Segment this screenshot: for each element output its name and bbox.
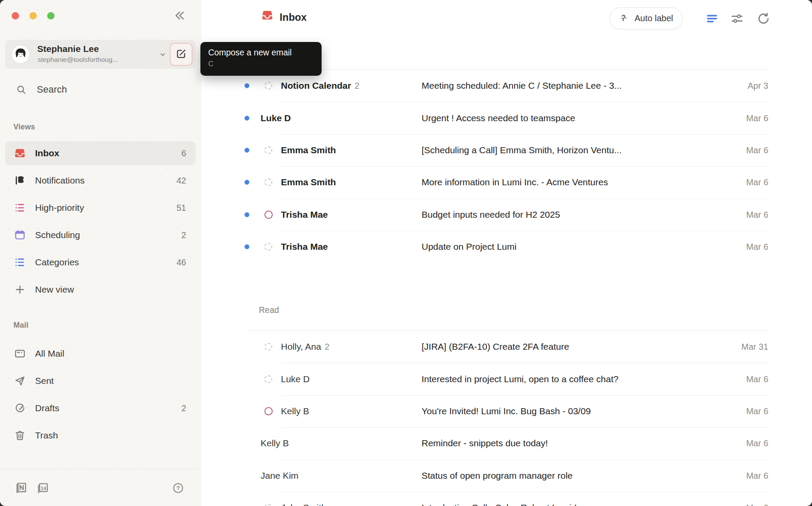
email-date: Apr 3	[748, 81, 768, 91]
email-date: Mar 6	[746, 438, 768, 448]
sender-name: Holly, Ana	[281, 342, 321, 351]
unread-indicator-dot	[245, 245, 249, 249]
plus-icon	[14, 284, 26, 295]
sidebar-item-trash[interactable]: Trash	[5, 423, 196, 448]
compose-tooltip: Compose a new email C	[200, 42, 322, 76]
compose-button[interactable]	[170, 43, 193, 66]
search-button[interactable]: Search	[0, 80, 201, 100]
zoom-window-button[interactable]	[47, 12, 55, 19]
label-ring-icon	[264, 504, 272, 506]
sidebar-item-notifications[interactable]: Notifications 42	[5, 168, 196, 193]
email-row[interactable]: Kelly B You're Invited! Lumi Inc. Bug Ba…	[201, 395, 812, 427]
email-row[interactable]: John Smith Introduction Call - Sales Rol…	[201, 492, 812, 506]
sender-name: Kelly B	[281, 406, 309, 416]
email-date: Mar 31	[741, 342, 768, 352]
draft-icon	[14, 403, 26, 414]
sidebar-item-label: New view	[35, 284, 74, 295]
label-ring-icon	[264, 210, 273, 219]
minimize-window-button[interactable]	[29, 12, 37, 19]
double-chevron-left-icon	[172, 18, 187, 24]
email-row[interactable]: Luke D Interested in project Lumi, open …	[201, 363, 812, 395]
sidebar-item-high-priority[interactable]: High-priority 51	[5, 196, 196, 220]
display-settings-icon[interactable]	[730, 12, 744, 26]
email-subject: Update on Project Lumi	[422, 242, 516, 252]
email-subject: More information in Lumi Inc. - Acme Ven…	[422, 177, 608, 187]
sidebar-item-label: Inbox	[35, 148, 59, 158]
unread-indicator-dot	[245, 84, 249, 88]
mail-section-label: Mail	[13, 321, 29, 330]
notion-calendar-icon[interactable]: 14	[35, 481, 49, 495]
email-subject: Status of open program manager role	[422, 471, 573, 481]
help-icon[interactable]: ?	[172, 482, 184, 494]
auto-label-button[interactable]: Auto label	[609, 7, 683, 29]
unread-email-list: Notion Calendar2 Meeting scheduled: Anni…	[201, 70, 812, 263]
compose-icon	[175, 48, 187, 61]
refresh-icon[interactable]	[757, 12, 770, 26]
sidebar-item-label: All Mail	[35, 348, 64, 359]
label-ring-icon	[264, 407, 273, 415]
item-count-badge: 2	[181, 230, 186, 240]
email-row[interactable]: Trisha Mae Budget inputs needed for H2 2…	[201, 199, 812, 231]
close-window-button[interactable]	[12, 12, 19, 19]
sidebar-item-inbox[interactable]: Inbox 6	[5, 141, 196, 165]
label-ring-icon	[264, 343, 272, 351]
email-subject: Meeting scheduled: Annie C / Stephanie L…	[422, 81, 622, 91]
bullet-list-icon	[14, 257, 26, 268]
notion-logo-icon[interactable]	[14, 481, 28, 495]
sender-name: Trisha Mae	[281, 242, 328, 251]
sender-name: Luke D	[281, 374, 310, 384]
sidebar-item-label: High-priority	[35, 203, 84, 213]
inbox-icon	[14, 148, 26, 159]
collapse-sidebar-button[interactable]	[170, 7, 188, 25]
sender-name: John Smith	[281, 503, 326, 506]
send-icon	[14, 375, 26, 387]
sidebar-footer-divider	[0, 469, 201, 469]
unread-indicator-dot	[245, 180, 249, 185]
svg-text:14: 14	[41, 486, 46, 491]
email-subject: Reminder - snippets due today!	[422, 438, 548, 448]
read-section-label: Read	[259, 305, 279, 315]
sidebar-item-categories[interactable]: Categories 46	[5, 250, 196, 274]
thread-count: 2	[325, 342, 329, 351]
email-subject: [Scheduling a Call] Emma Smith, Horizon …	[422, 145, 622, 155]
unread-indicator-dot	[245, 148, 249, 152]
email-row[interactable]: Emma Smith More information in Lumi Inc.…	[201, 166, 812, 198]
sidebar-item-label: Notifications	[35, 175, 84, 186]
auto-label-text: Auto label	[635, 13, 673, 23]
email-date: Mar 6	[746, 471, 768, 480]
sender-name: Notion Calendar	[281, 81, 351, 90]
window-controls	[12, 12, 55, 19]
auto-label-sparkle-icon	[619, 13, 629, 24]
sidebar-item-sent[interactable]: Sent	[5, 369, 196, 393]
email-date: Mar 6	[746, 406, 768, 416]
inbox-view: Inbox Auto label Notion Calendar2 Meetin…	[201, 0, 812, 506]
email-date: Mar 6	[746, 113, 768, 123]
email-row[interactable]: Luke D Urgent ! Access needed to teamspa…	[201, 102, 812, 134]
search-icon	[16, 84, 27, 95]
sidebar-item-label: Categories	[35, 257, 79, 268]
sidebar-item-all-mail[interactable]: All Mail	[5, 342, 196, 366]
email-row[interactable]: Jane Kim Status of open program manager …	[201, 460, 812, 492]
email-date: Mar 6	[746, 242, 768, 252]
label-ring-icon	[264, 146, 272, 154]
email-date: Mar 6	[746, 145, 768, 155]
sidebar-item-scheduling[interactable]: Scheduling 2	[5, 223, 196, 247]
notifications-icon	[14, 175, 26, 186]
sender-name: Emma Smith	[281, 145, 336, 155]
filter-icon[interactable]	[705, 12, 719, 26]
account-switcher[interactable]: Stephanie Lee stephanie@toolsforthoug...	[5, 40, 196, 69]
email-row[interactable]: Emma Smith [Scheduling a Call] Emma Smit…	[201, 134, 812, 166]
label-ring-icon	[264, 82, 272, 90]
email-row[interactable]: Holly, Ana2 [JIRA] (B2FA-10) Create 2FA …	[201, 331, 812, 363]
sidebar-item-drafts[interactable]: Drafts 2	[5, 396, 196, 420]
item-count-badge: 46	[177, 258, 186, 268]
unread-indicator-dot	[245, 212, 249, 217]
page-title: Inbox	[280, 12, 307, 23]
email-row[interactable]: Kelly B Reminder - snippets due today! M…	[201, 427, 812, 459]
email-row[interactable]: Trisha Mae Update on Project Lumi Mar 6	[201, 231, 812, 263]
sidebar-item-label: Trash	[35, 430, 58, 441]
sidebar-item-new-view[interactable]: New view	[5, 277, 196, 302]
tooltip-text: Compose a new email	[208, 48, 314, 58]
email-subject: Interested in project Lumi, open to a co…	[422, 374, 619, 384]
email-date: Mar 6	[746, 177, 768, 187]
